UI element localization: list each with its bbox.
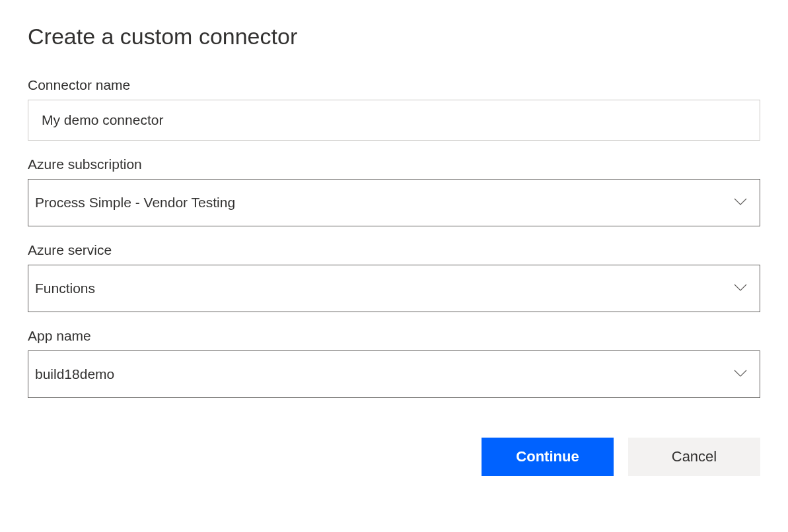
azure-subscription-select[interactable]: Process Simple - Vendor Testing: [28, 179, 760, 226]
azure-service-group: Azure service Functions: [28, 242, 760, 312]
azure-service-select[interactable]: Functions: [28, 265, 760, 312]
connector-name-input[interactable]: [28, 100, 760, 141]
azure-subscription-group: Azure subscription Process Simple - Vend…: [28, 156, 760, 226]
app-name-select[interactable]: build18demo: [28, 350, 760, 398]
app-name-label: App name: [28, 328, 760, 344]
app-name-group: App name build18demo: [28, 328, 760, 398]
page-title: Create a custom connector: [28, 24, 760, 50]
connector-name-group: Connector name: [28, 77, 760, 141]
azure-service-label: Azure service: [28, 242, 760, 258]
cancel-button[interactable]: Cancel: [628, 438, 760, 476]
azure-subscription-value: Process Simple - Vendor Testing: [35, 195, 235, 211]
azure-subscription-label: Azure subscription: [28, 156, 760, 172]
connector-name-label: Connector name: [28, 77, 760, 93]
app-name-value: build18demo: [35, 366, 114, 382]
button-row: Continue Cancel: [28, 438, 760, 476]
continue-button[interactable]: Continue: [482, 438, 614, 476]
azure-service-value: Functions: [35, 281, 95, 296]
